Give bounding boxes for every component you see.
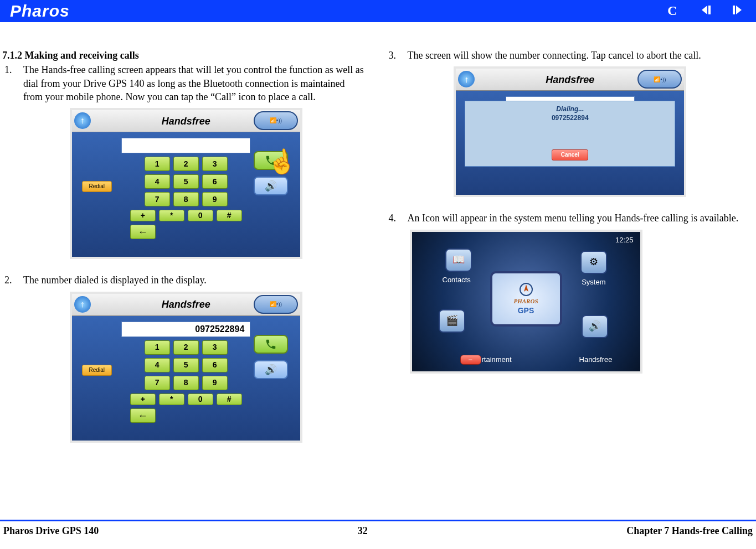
step-1: 1. The Hands-free calling screen appears… <box>2 63 370 103</box>
up-arrow-icon: ↑ <box>74 112 91 129</box>
key-5[interactable]: 5 <box>173 358 199 372</box>
key-1[interactable]: 1 <box>145 157 170 171</box>
handsfree-icon[interactable]: 🔊 <box>582 315 608 338</box>
left-column: 7.1.2 Making and receiving calls 1. The … <box>2 49 370 457</box>
nav-icons: C <box>665 3 746 19</box>
backspace-icon[interactable]: ← <box>130 408 156 423</box>
key-5[interactable]: 5 <box>173 174 199 189</box>
key-6[interactable]: 6 <box>202 174 228 189</box>
cancel-button[interactable]: Cancel <box>552 149 588 160</box>
entertainment-icon[interactable]: 🎬 <box>439 309 465 333</box>
key-2[interactable]: 2 <box>173 340 199 355</box>
key-7[interactable]: 7 <box>145 376 170 390</box>
key-4[interactable]: 4 <box>145 174 170 189</box>
step-2-num: 2. <box>2 273 23 287</box>
handsfree-title: Handsfree <box>546 73 594 86</box>
key-hash[interactable]: # <box>217 210 242 221</box>
number-display: 0972522894 <box>121 322 250 337</box>
key-star[interactable]: * <box>159 210 184 221</box>
step-4-text: An Icon will appear in the system menu t… <box>408 211 754 225</box>
contacts-icon[interactable]: 📖 <box>445 248 472 272</box>
up-arrow-icon: ↑ <box>74 296 91 313</box>
key-star[interactable]: * <box>159 393 184 405</box>
key-plus[interactable]: + <box>130 393 156 405</box>
footer-rule <box>0 520 756 521</box>
back-c-icon[interactable]: C <box>665 3 682 19</box>
key-1[interactable]: 1 <box>145 340 170 355</box>
redial-button[interactable]: Redial <box>82 181 112 192</box>
speaker-button[interactable]: 🔊 <box>254 177 288 195</box>
redial-button[interactable]: Redial <box>82 365 112 376</box>
number-display <box>121 138 250 153</box>
key-3[interactable]: 3 <box>202 157 228 171</box>
screenshot-dialing: ↑ Handsfree 📶•)) 0972522894 Dialing... 0… <box>454 66 686 197</box>
footer-right: Chapter 7 Hands-free Calling <box>626 525 753 537</box>
handsfree-title: Handsfree <box>162 298 210 311</box>
section-heading: 7.1.2 Making and receiving calls <box>2 49 370 62</box>
key-0[interactable]: 0 <box>188 210 213 221</box>
dialing-label: Dialing... <box>465 105 675 113</box>
key-0[interactable]: 0 <box>188 393 213 405</box>
key-9[interactable]: 9 <box>202 376 228 390</box>
key-6[interactable]: 6 <box>202 358 228 372</box>
key-4[interactable]: 4 <box>145 358 170 372</box>
step-1-num: 1. <box>2 63 23 103</box>
footer: Pharos Drive GPS 140 32 Chapter 7 Hands-… <box>0 525 756 537</box>
system-label: System <box>582 277 605 287</box>
handsfree-title: Handsfree <box>162 115 210 128</box>
screenshot-handsfree-empty: ↑ Handsfree 📶•)) 1 2 3 4 5 6 7 8 <box>70 108 302 259</box>
screenshot-home-menu: 12:25 📖 Contacts ⚙ System 🎬 🔊 rtainment … <box>410 230 642 374</box>
key-3[interactable]: 3 <box>202 340 228 355</box>
backspace-icon[interactable]: ← <box>130 225 156 239</box>
right-column: 3. The screen will show the number conne… <box>387 49 754 457</box>
tap-hand-icon: ☝ <box>265 144 298 178</box>
key-plus[interactable]: + <box>130 210 156 221</box>
dialing-number: 0972522894 <box>465 113 675 122</box>
gps-label: GPS <box>518 305 534 316</box>
system-icon[interactable]: ⚙ <box>580 251 607 274</box>
brand-logo: Pharos <box>10 2 70 20</box>
compass-icon <box>515 282 537 297</box>
up-arrow-icon: ↑ <box>458 71 475 87</box>
step-3: 3. The screen will show the number conne… <box>387 49 754 62</box>
handsfree-label: Handsfree <box>579 355 613 365</box>
contacts-label: Contacts <box>443 275 471 285</box>
key-7[interactable]: 7 <box>145 192 170 206</box>
step-2-text: The number dialed is displayed in the di… <box>23 273 370 287</box>
step-4-num: 4. <box>387 211 408 225</box>
topbar: Pharos C <box>0 0 756 22</box>
phone-signal-icon: 📶•)) <box>254 111 298 130</box>
key-8[interactable]: 8 <box>173 192 199 206</box>
page-body: 7.1.2 Making and receiving calls 1. The … <box>0 22 756 457</box>
screenshot-handsfree-dialed: ↑ Handsfree 📶•)) 0972522894 1 2 3 4 5 6 … <box>70 292 302 443</box>
svg-text:C: C <box>667 3 677 17</box>
clock-label: 12:25 <box>615 235 634 245</box>
step-2: 2. The number dialed is displayed in the… <box>2 273 370 287</box>
step-3-text: The screen will show the number connecti… <box>408 49 754 62</box>
gps-center-button[interactable]: PHAROS GPS <box>490 271 562 327</box>
arrow-right-icon[interactable] <box>729 3 746 19</box>
key-hash[interactable]: # <box>217 393 242 405</box>
phone-signal-icon: 📶•)) <box>254 295 298 314</box>
rtainment-label: rtainment <box>482 355 512 365</box>
key-2[interactable]: 2 <box>173 157 199 171</box>
key-8[interactable]: 8 <box>173 376 199 390</box>
footer-page: 32 <box>358 525 368 537</box>
arrow-left-icon[interactable] <box>697 3 714 19</box>
call-button[interactable] <box>254 335 288 354</box>
speaker-button[interactable]: 🔊 <box>254 360 288 379</box>
step-1-text: The Hands-free calling screen appears th… <box>23 63 370 103</box>
step-4: 4. An Icon will appear in the system men… <box>387 211 754 225</box>
pharos-small-label: PHAROS <box>513 297 538 305</box>
footer-left: Pharos Drive GPS 140 <box>3 525 99 537</box>
phone-signal-icon: 📶•)) <box>637 70 682 89</box>
dialing-dialog: Dialing... 0972522894 Cancel <box>465 101 675 166</box>
step-3-num: 3. <box>387 49 408 62</box>
hangup-icon[interactable]: ⏤ <box>460 355 481 365</box>
key-9[interactable]: 9 <box>202 192 228 206</box>
